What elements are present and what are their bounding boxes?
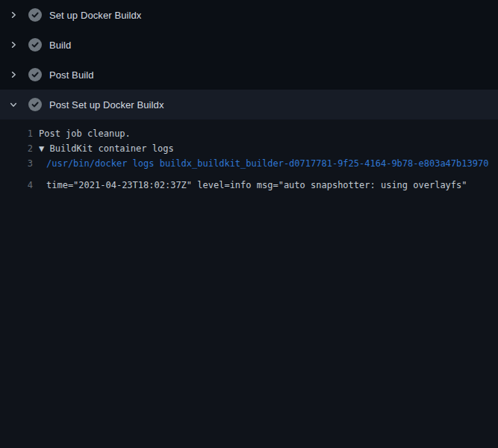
chevron-right-icon — [9, 10, 18, 19]
line-number[interactable]: 4 — [0, 178, 33, 448]
step-row-build[interactable]: Build — [0, 30, 498, 60]
line-number[interactable]: 2 — [0, 141, 33, 156]
step-row-set-up-docker-buildx[interactable]: Set up Docker Buildx — [0, 0, 498, 30]
chevron-right-icon — [9, 70, 18, 79]
steps-list: Set up Docker Buildx Build P — [0, 0, 498, 119]
log-area: 1 Post job cleanup. 2 ▼ BuildKit contain… — [0, 119, 498, 448]
log-line: 3 /usr/bin/docker logs buildx_buildkit_b… — [0, 156, 498, 171]
log-text: Post job cleanup. — [39, 126, 498, 141]
chevron-down-icon — [9, 100, 18, 109]
check-circle-icon — [28, 8, 42, 22]
check-circle-icon — [28, 98, 42, 111]
check-circle-icon — [28, 38, 42, 52]
check-circle-icon — [28, 68, 42, 81]
line-number[interactable]: 1 — [0, 126, 33, 141]
chevron-right-icon — [9, 40, 18, 49]
line-number[interactable]: 3 — [0, 156, 33, 171]
log-group-toggle[interactable]: ▼ BuildKit container logs — [39, 141, 498, 156]
step-label: Set up Docker Buildx — [49, 10, 141, 21]
step-label: Post Build — [49, 69, 94, 81]
step-row-post-build[interactable]: Post Build — [0, 60, 498, 90]
log-line: 2 ▼ BuildKit container logs — [0, 141, 498, 156]
step-label: Post Set up Docker Buildx — [49, 99, 164, 111]
log-text: /usr/bin/docker logs buildx_buildkit_bui… — [39, 156, 498, 171]
log-text: time="2021-04-23T18:02:37Z" level=info m… — [39, 178, 498, 448]
log-line: 4 time="2021-04-23T18:02:37Z" level=info… — [0, 171, 498, 448]
step-row-post-set-up-docker-buildx[interactable]: Post Set up Docker Buildx — [0, 90, 498, 119]
step-label: Build — [49, 40, 71, 51]
workflow-log-viewer: Set up Docker Buildx Build P — [0, 0, 498, 448]
log-line: 1 Post job cleanup. — [0, 126, 498, 141]
